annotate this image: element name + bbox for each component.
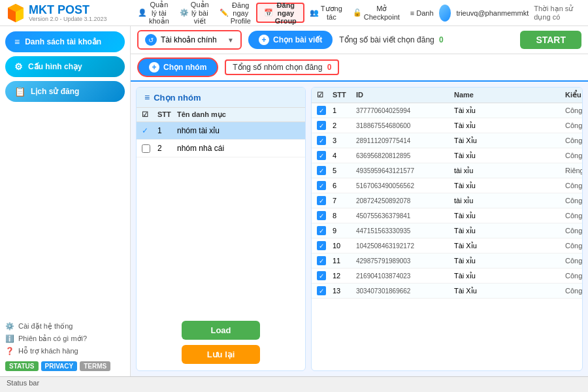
app-version: Version 2.0 - Update 3.1.2023 [29, 16, 107, 22]
nav-tuong-tac[interactable]: 👥 Tương tác [304, 0, 348, 25]
name-col: Tên danh mục [177, 110, 300, 119]
nav-quan-ly-bai-viet[interactable]: ⚙️ Quản lý bài viết [174, 0, 214, 25]
row-name: nhóm nhà cái [177, 144, 300, 153]
row-name: Tài xỉu [454, 227, 565, 235]
table-row[interactable]: ✓9447151563330935Tài xỉuCông khai55K [312, 223, 582, 238]
sidebar-btn-danh-sach[interactable]: ≡ Danh sách tài khoản [5, 31, 125, 52]
chon-nhom-btn[interactable]: + Chọn nhóm [137, 57, 218, 77]
row-name: Tài xỉu [454, 257, 565, 265]
row-stt: 8 [333, 212, 356, 220]
row-kieu: Công khai [565, 242, 582, 250]
sidebar-label: Lịch sử đăng [31, 87, 79, 96]
table-row[interactable]: ✓65167063490056562Tài xỉuCông khai12K [312, 178, 582, 193]
row-kieu: Công khai [565, 227, 582, 235]
list-icon: ≡ [144, 92, 150, 103]
start-btn[interactable]: START [520, 31, 581, 49]
panels-area: ≡ Chọn nhóm ☑ STT Tên danh mục ✓ 1 nhóm … [131, 82, 588, 376]
plus-icon: + [149, 62, 159, 73]
nav-dang-ngay-profile[interactable]: ✏️ Đăng ngay Profile [214, 0, 256, 25]
row-checkbox[interactable]: ✓ [142, 126, 157, 135]
table-row[interactable]: ✓ 1 nhóm tài xỉu [137, 122, 305, 140]
account-name: Tài khoản chính [161, 35, 223, 44]
total-nhom: Tổng số nhóm chọn đăng 0 [225, 59, 339, 75]
row-kieu: Công khai [565, 152, 582, 159]
right-rows: ✓1377770604025994Tài xỉuCông khai79K✓231… [312, 103, 582, 370]
nav-label: Quản lý tài khoản [149, 1, 169, 25]
row-checkbox[interactable]: ✓ [317, 136, 326, 145]
load-button[interactable]: Load [182, 321, 260, 340]
footer-item-version[interactable]: ℹ️ Phiên bản có gì mới? [5, 333, 125, 345]
table-row[interactable]: ✓8450755636379841Tài xỉuCông khai21K [312, 208, 582, 223]
save-button[interactable]: Lưu lại [182, 345, 260, 364]
account-selector[interactable]: ↺ Tài khoản chính ▼ [137, 30, 242, 50]
info-icon: ℹ️ [5, 335, 14, 343]
table-row[interactable]: ✓3289111209775414Tài XỉuCông khai156K [312, 133, 582, 148]
table-row[interactable]: ✓1377770604025994Tài xỉuCông khai79K [312, 103, 582, 118]
row-stt: 3 [333, 137, 356, 144]
row-kieu: Công khai [565, 182, 582, 189]
nav-label: Tương tác [321, 5, 342, 21]
row-checkbox[interactable]: ✓ [317, 151, 326, 160]
stt-col: STT [333, 91, 356, 99]
table-row[interactable]: ✓54935959643121577tài xỉuRiêng tư107K [312, 163, 582, 178]
table-row[interactable]: ✓2318867554680600Tài xỉuCông khai16K [312, 118, 582, 133]
gear-icon: ⚙️ [5, 322, 14, 331]
row-checkbox[interactable]: ✓ [317, 256, 326, 265]
nav-danh[interactable]: ≡ Danh [405, 0, 439, 25]
row-checkbox[interactable]: ✓ [317, 286, 326, 295]
row-checkbox[interactable]: ✓ [317, 271, 326, 280]
nav-dang-ngay-group[interactable]: 📅 Đăng ngay Group [256, 3, 304, 23]
total-count-bai-viet: 0 [439, 35, 444, 44]
sidebar: ≡ Danh sách tài khoản ⚙ Cấu hình chạy 📋 … [0, 26, 131, 376]
list-icon: ≡ [14, 37, 20, 47]
nav-label: Mở Checkpoint [364, 5, 400, 21]
nav-mo-checkpoint[interactable]: 🔓 Mở Checkpoint [348, 0, 405, 25]
row-checkbox[interactable]: ✓ [317, 106, 326, 115]
privacy-tag: PRIVACY [41, 361, 78, 371]
sidebar-btn-cau-hinh[interactable]: ⚙ Cấu hình chạy [5, 56, 125, 77]
row-checkbox[interactable]: ✓ [317, 166, 326, 175]
nav-quan-ly-tai-khoan[interactable]: 👤 Quản lý tài khoản [133, 0, 174, 25]
row-checkbox[interactable]: ✓ [317, 241, 326, 250]
row-stt: 2 [157, 144, 177, 153]
table-row[interactable]: ✓7208724250892078tài xỉuCông khai27K [312, 193, 582, 208]
footer-item-support[interactable]: ❓ Hỗ trợ khách hàng [5, 345, 125, 357]
checkbox-col: ☑ [317, 91, 333, 99]
row-id: 5167063490056562 [356, 182, 454, 189]
table-row[interactable]: ✓101042508463192172Tài XỉuCông khai47K [312, 238, 582, 253]
status-tags: STATUS PRIVACY TERMS [5, 361, 125, 371]
left-panel: ≡ Chọn nhóm ☑ STT Tên danh mục ✓ 1 nhóm … [136, 87, 306, 371]
chon-bai-viet-btn[interactable]: + Chọn bài viết [248, 31, 333, 49]
row-checkbox[interactable]: ✓ [317, 226, 326, 235]
logo-icon [5, 3, 26, 24]
table-row[interactable]: ✓12216904103874023Tài xỉuCông khai8,9K [312, 269, 582, 284]
row-stt: 6 [333, 182, 356, 189]
row-kieu: Công khai [565, 212, 582, 220]
nav-label: Đăng ngay Profile [231, 1, 251, 25]
left-table-header: ☑ STT Tên danh mục [137, 108, 305, 122]
row-checkbox[interactable] [142, 144, 150, 153]
row-name: Tài xỉu [454, 152, 565, 160]
checkbox-col: ☑ [142, 110, 157, 119]
sidebar-btn-lich-su[interactable]: 📋 Lịch sử đăng [5, 81, 125, 102]
row-stt: 7 [333, 197, 356, 204]
row-checkbox[interactable]: ✓ [317, 196, 326, 205]
table-row[interactable]: ✓11429875791989003Tài xỉuCông khai20K [312, 253, 582, 269]
row-checkbox[interactable]: ✓ [317, 181, 326, 190]
top-controls-row1: ↺ Tài khoản chính ▼ + Chọn bài viết Tổng… [131, 26, 588, 54]
history-icon: 📋 [14, 86, 25, 97]
row-id: 4935959643121577 [356, 167, 454, 174]
row-name: Tài Xỉu [454, 137, 565, 145]
list-icon: ≡ [410, 9, 414, 17]
status-bar: Status bar [0, 376, 588, 391]
right-panel: ☑ STT ID Name Kiểu nhóm Thành v ✓1377770… [311, 87, 583, 371]
help-icon: ❓ [5, 347, 14, 355]
row-checkbox[interactable]: ✓ [317, 211, 326, 220]
table-row[interactable]: ✓13303407301869662Tài XỉuCông khai9,6K [312, 284, 582, 299]
gear-icon: ⚙ [14, 61, 23, 72]
table-row[interactable]: ✓4636956820812895Tài xỉuCông khai33K [312, 148, 582, 163]
footer-item-settings[interactable]: ⚙️ Cài đặt hệ thống [5, 320, 125, 333]
logo-area: MKT POST Version 2.0 - Update 3.1.2023 [5, 3, 133, 24]
row-checkbox[interactable]: ✓ [317, 121, 326, 130]
table-row[interactable]: 2 nhóm nhà cái [137, 140, 305, 157]
